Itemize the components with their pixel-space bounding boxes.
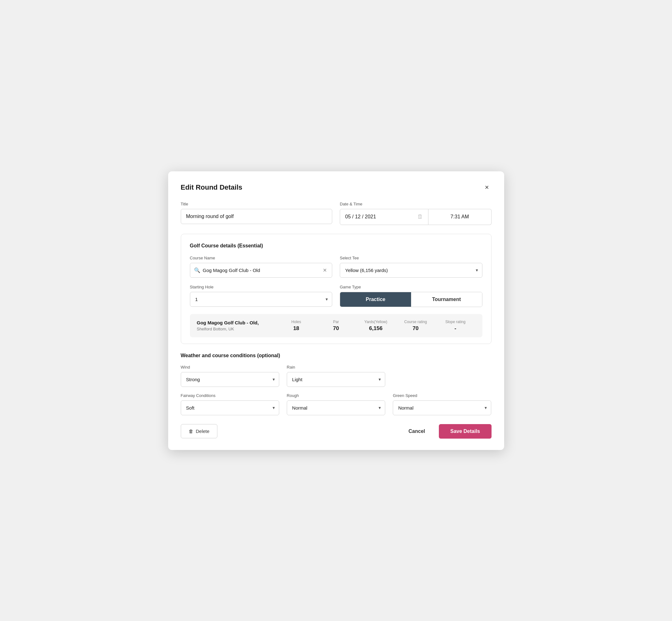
rain-dropdown[interactable]: Light None Moderate Heavy xyxy=(287,372,385,387)
wind-label: Wind xyxy=(181,365,279,370)
course-stat-rating: Course rating 70 xyxy=(395,320,435,332)
practice-button[interactable]: Practice xyxy=(340,292,411,307)
fairway-dropdown[interactable]: Soft Normal Hard xyxy=(181,401,279,415)
golf-section-title: Golf Course details (Essential) xyxy=(190,243,482,249)
course-stat-par: Par 70 xyxy=(316,320,356,332)
title-field: Title xyxy=(181,202,333,225)
course-info-bar: Gog Magog Golf Club - Old, Shelford Bott… xyxy=(190,314,482,337)
rough-field: Rough Normal Short Long ▾ xyxy=(287,393,385,415)
course-rating-value: 70 xyxy=(395,325,435,332)
rough-label: Rough xyxy=(287,393,385,398)
starting-hole-label: Starting Hole xyxy=(190,285,333,289)
slope-rating-value: - xyxy=(435,325,475,332)
course-info-location: Shelford Bottom, UK xyxy=(197,327,277,331)
fairway-label: Fairway Conditions xyxy=(181,393,279,398)
rain-field: Rain Light None Moderate Heavy ▾ xyxy=(287,365,385,387)
starting-hole-wrap: 1 ▾ xyxy=(190,292,333,307)
course-info-name: Gog Magog Golf Club - Old, xyxy=(197,320,277,325)
edit-round-modal: Edit Round Details × Title Date & Time 0… xyxy=(168,171,504,450)
rough-select-wrap: Normal Short Long ▾ xyxy=(287,401,385,415)
modal-title: Edit Round Details xyxy=(181,183,243,192)
weather-section: Weather and course conditions (optional)… xyxy=(181,353,492,415)
wind-rain-row: Wind Strong Calm Light Moderate ▾ Rain L… xyxy=(181,365,492,387)
course-name-input[interactable] xyxy=(203,263,322,277)
modal-header: Edit Round Details × xyxy=(181,183,492,192)
course-stat-holes: Holes 18 xyxy=(277,320,316,332)
course-name-field: Course Name 🔍 ✕ xyxy=(190,256,333,278)
starting-hole-dropdown[interactable]: 1 xyxy=(190,292,333,307)
green-speed-select-wrap: Normal Slow Fast ▾ xyxy=(393,401,491,415)
starting-hole-field: Starting Hole 1 ▾ xyxy=(190,285,333,307)
footer-right: Cancel Save Details xyxy=(402,424,492,439)
trash-icon: 🗑 xyxy=(189,428,194,434)
calendar-icon: 🗓 xyxy=(417,214,423,220)
time-input-box[interactable]: 7:31 AM xyxy=(428,209,492,225)
par-label: Par xyxy=(316,320,356,324)
delete-button[interactable]: 🗑 Delete xyxy=(181,424,217,438)
game-type-field: Game Type Practice Tournament xyxy=(340,285,482,307)
select-tee-wrap: Yellow (6,156 yards) ▾ xyxy=(340,263,482,278)
title-input[interactable] xyxy=(181,209,333,224)
green-speed-label: Green Speed xyxy=(393,393,491,398)
game-type-toggle: Practice Tournament xyxy=(340,292,482,307)
wind-select-wrap: Strong Calm Light Moderate ▾ xyxy=(181,372,279,387)
footer-row: 🗑 Delete Cancel Save Details xyxy=(181,424,492,439)
course-stat-slope: Slope rating - xyxy=(435,320,475,332)
course-stat-yards: Yards(Yellow) 6,156 xyxy=(356,320,395,332)
title-label: Title xyxy=(181,202,333,206)
wind-field: Wind Strong Calm Light Moderate ▾ xyxy=(181,365,279,387)
slope-rating-label: Slope rating xyxy=(435,320,475,324)
wind-dropdown[interactable]: Strong Calm Light Moderate xyxy=(181,372,279,387)
green-speed-field: Green Speed Normal Slow Fast ▾ xyxy=(393,393,491,415)
fairway-select-wrap: Soft Normal Hard ▾ xyxy=(181,401,279,415)
fairway-field: Fairway Conditions Soft Normal Hard ▾ xyxy=(181,393,279,415)
datetime-label: Date & Time xyxy=(340,202,492,206)
datetime-field: Date & Time 05 / 12 / 2021 🗓 7:31 AM xyxy=(340,202,492,225)
title-datetime-row: Title Date & Time 05 / 12 / 2021 🗓 7:31 … xyxy=(181,202,492,225)
date-value: 05 / 12 / 2021 xyxy=(345,214,376,220)
rain-label: Rain xyxy=(287,365,385,370)
course-clear-button[interactable]: ✕ xyxy=(322,266,328,275)
par-value: 70 xyxy=(316,325,356,332)
yards-value: 6,156 xyxy=(356,325,395,332)
weather-title: Weather and course conditions (optional) xyxy=(181,353,492,359)
holes-value: 18 xyxy=(277,325,316,332)
select-tee-field: Select Tee Yellow (6,156 yards) ▾ xyxy=(340,256,482,278)
green-speed-dropdown[interactable]: Normal Slow Fast xyxy=(393,401,491,415)
save-button[interactable]: Save Details xyxy=(439,424,491,439)
select-tee-dropdown[interactable]: Yellow (6,156 yards) xyxy=(340,263,482,278)
rain-select-wrap: Light None Moderate Heavy ▾ xyxy=(287,372,385,387)
game-type-label: Game Type xyxy=(340,285,482,289)
yards-label: Yards(Yellow) xyxy=(356,320,395,324)
golf-course-section: Golf Course details (Essential) Course N… xyxy=(181,234,492,344)
course-name-label: Course Name xyxy=(190,256,333,260)
course-tee-row: Course Name 🔍 ✕ Select Tee Yellow (6,156… xyxy=(190,256,482,278)
delete-label: Delete xyxy=(196,428,209,434)
datetime-inputs: 05 / 12 / 2021 🗓 7:31 AM xyxy=(340,209,492,225)
rough-dropdown[interactable]: Normal Short Long xyxy=(287,401,385,415)
course-rating-label: Course rating xyxy=(395,320,435,324)
search-icon: 🔍 xyxy=(194,267,200,273)
hole-gametype-row: Starting Hole 1 ▾ Game Type Practice Tou… xyxy=(190,285,482,307)
select-tee-label: Select Tee xyxy=(340,256,482,260)
course-name-input-wrap[interactable]: 🔍 ✕ xyxy=(190,263,333,278)
time-value: 7:31 AM xyxy=(451,214,469,220)
date-input-box[interactable]: 05 / 12 / 2021 🗓 xyxy=(340,209,428,225)
close-button[interactable]: × xyxy=(482,183,492,192)
holes-label: Holes xyxy=(277,320,316,324)
cancel-button[interactable]: Cancel xyxy=(402,424,431,438)
course-info-name-col: Gog Magog Golf Club - Old, Shelford Bott… xyxy=(197,320,277,331)
tournament-button[interactable]: Tournament xyxy=(411,292,482,307)
fairway-rough-green-row: Fairway Conditions Soft Normal Hard ▾ Ro… xyxy=(181,393,492,415)
